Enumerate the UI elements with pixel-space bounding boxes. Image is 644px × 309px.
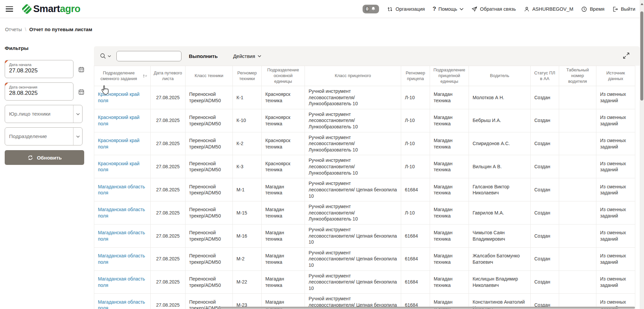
division-link[interactable]: Магаданская область поля xyxy=(98,184,145,196)
notifications-button[interactable]: 0 xyxy=(363,5,379,13)
column-header-waybill-date[interactable]: Дата путевого листа xyxy=(151,66,185,86)
column-header-data-source[interactable]: Источник данных xyxy=(596,66,635,86)
cell-equipment-regnum: М-22 xyxy=(233,270,262,294)
date-start-field[interactable]: Дата начала 27.08.2025 xyxy=(5,60,73,78)
execute-button[interactable]: Выполнить xyxy=(189,53,218,59)
menu-icon[interactable] xyxy=(6,6,13,12)
cell-data-source: Из сменных заданий xyxy=(596,132,635,155)
cell-division-shift-task: Магаданская область поля xyxy=(94,178,151,201)
column-header-equipment-class[interactable]: Класс техники xyxy=(185,66,233,86)
help-label: Помощь xyxy=(438,6,457,12)
scroll-up-arrow-icon[interactable] xyxy=(641,3,643,5)
cell-driver-personnel-number xyxy=(559,155,596,178)
division-link[interactable]: Красноярский край поля xyxy=(98,138,140,149)
column-header-equipment-regnum[interactable]: Регномер техники xyxy=(233,66,262,86)
chevron-down-icon xyxy=(76,113,80,115)
division-link[interactable]: Магаданская область поля xyxy=(98,230,145,242)
division-link[interactable]: Красноярский край поля xyxy=(98,91,140,103)
cell-equipment-regnum: М-1 xyxy=(233,178,262,201)
division-link[interactable]: Магаданская область поля xyxy=(98,276,145,288)
vertical-scrollbar-thumb[interactable] xyxy=(640,11,643,101)
column-header-driver[interactable]: Водитель xyxy=(469,66,531,86)
logout-button[interactable]: Выйти xyxy=(612,6,635,12)
cell-division-shift-task: Магаданская область поля xyxy=(94,247,151,270)
table-row: Магаданская область поля27.08.2025Перено… xyxy=(94,224,635,247)
app-title: Smartagro xyxy=(33,4,80,14)
cell-waybill-date: 27.08.2025 xyxy=(151,201,185,225)
column-header-trailer-class[interactable]: Класс прицепного xyxy=(305,66,401,86)
cell-trailer-unit-division: Магадан техника xyxy=(430,109,469,132)
cell-waybill-date: 27.08.2025 xyxy=(151,178,185,201)
cell-division-shift-task: Красноярский край поля xyxy=(94,86,151,109)
cell-data-source: Из сменных заданий xyxy=(596,86,635,109)
division-link[interactable]: Магаданская область поля xyxy=(98,253,145,265)
table-row: Красноярский край поля27.08.2025Переносн… xyxy=(94,132,635,155)
table-row: Красноярский край поля27.08.2025Переносн… xyxy=(94,109,635,132)
cell-driver: Молотков А Н. xyxy=(469,86,531,109)
vertical-scrollbar[interactable] xyxy=(640,0,644,309)
cell-driver: Гаврилов М.А. xyxy=(469,201,531,225)
table-row: Магаданская область поля27.08.2025Перено… xyxy=(94,270,635,294)
column-header-division-shift-task[interactable]: Подразделение сменного задания xyxy=(94,66,151,86)
cell-trailer-class: Ручной инструмент лесовосстановителя/ Лу… xyxy=(305,155,401,178)
chevron-down-icon xyxy=(76,135,80,138)
breadcrumb-reports[interactable]: Отчеты xyxy=(5,27,22,32)
refresh-button[interactable]: Обновить xyxy=(5,150,84,165)
time-button[interactable]: Время xyxy=(581,6,604,12)
column-header-trailer-unit-division[interactable]: Подразделение прицепной единицы xyxy=(430,66,469,86)
division-chevron[interactable] xyxy=(73,128,82,145)
division-select[interactable]: Подразделение xyxy=(5,127,83,145)
column-header-main-unit-division[interactable]: Подразделение основной единицы xyxy=(262,66,305,86)
breadcrumb-separator: \ xyxy=(25,27,26,32)
horizontal-scrollbar-thumb[interactable] xyxy=(218,307,635,309)
cell-equipment-class: Переносной трекер/ADM50 xyxy=(185,247,233,270)
cell-data-source: Из сменных заданий xyxy=(596,155,635,178)
cell-main-unit-division: Магадан техника xyxy=(262,270,305,294)
cell-waybill-status: Создан xyxy=(531,109,559,132)
cell-waybill-date: 27.08.2025 xyxy=(151,132,185,155)
division-link[interactable]: Красноярский край поля xyxy=(98,115,140,126)
app-logo[interactable]: Smartagro xyxy=(20,3,80,15)
date-end-label: Дата окончания xyxy=(9,85,70,89)
table-row: Магаданская область поля27.08.2025Перено… xyxy=(94,178,635,201)
division-link[interactable]: Магаданская область поля xyxy=(98,207,145,219)
cell-data-source: Из сменных заданий xyxy=(596,178,635,201)
cell-equipment-regnum: К-10 xyxy=(233,109,262,132)
user-button[interactable]: ASHURBEGOV_M xyxy=(524,6,573,12)
column-header-trailer-regnum[interactable]: Регномер прицепа xyxy=(401,66,430,86)
legal-entity-select[interactable]: Юр.лицо техники xyxy=(5,105,83,123)
legal-entity-chevron[interactable] xyxy=(73,105,82,123)
cell-trailer-class: Ручной инструмент лесовосстановителя/ Лу… xyxy=(305,132,401,155)
feedback-button[interactable]: Обратная связь xyxy=(471,6,516,12)
search-input[interactable] xyxy=(116,51,181,61)
column-header-waybill-status[interactable]: Статус ПЛ в АА xyxy=(531,66,559,86)
organization-button[interactable]: Организация xyxy=(387,6,425,12)
cell-equipment-class: Переносной трекер/ADM50 xyxy=(185,132,233,155)
division-link[interactable]: Магаданская область поля xyxy=(98,299,145,309)
date-start-calendar-button[interactable] xyxy=(77,65,85,73)
date-end-field[interactable]: Дата окончания 28.08.2025 xyxy=(5,82,73,101)
legal-entity-row: Юр.лицо техники xyxy=(5,105,90,123)
actions-button[interactable]: Действия xyxy=(233,53,261,59)
cell-division-shift-task: Красноярский край поля xyxy=(94,132,151,155)
cell-trailer-unit-division: Магадан техника xyxy=(430,201,469,225)
bell-icon xyxy=(370,6,376,12)
cell-trailer-regnum: Л-10 xyxy=(401,132,430,155)
cell-driver-personnel-number xyxy=(559,224,596,247)
date-end-calendar-button[interactable] xyxy=(77,88,85,96)
cell-waybill-date: 27.08.2025 xyxy=(151,86,185,109)
cell-driver-personnel-number xyxy=(559,109,596,132)
cell-equipment-regnum: М-16 xyxy=(233,224,262,247)
maximize-button[interactable] xyxy=(622,52,630,60)
date-end-row: Дата окончания 28.08.2025 xyxy=(5,82,90,101)
help-button[interactable]: ? Помощь xyxy=(433,6,464,12)
table-head-row: Подразделение сменного заданияДата путев… xyxy=(94,66,635,86)
cell-main-unit-division: Красноярск техника xyxy=(262,155,305,178)
cell-driver-personnel-number xyxy=(559,247,596,270)
column-header-driver-personnel-number[interactable]: Табельный номер водителя xyxy=(559,66,596,86)
breadcrumb: Отчеты \ Отчет по путевым листам xyxy=(5,27,92,32)
division-link[interactable]: Красноярский край поля xyxy=(98,161,140,173)
chevron-down-icon xyxy=(108,55,111,57)
search-options-button[interactable] xyxy=(99,52,111,60)
page-title: Отчет по путевым листам xyxy=(29,27,92,32)
